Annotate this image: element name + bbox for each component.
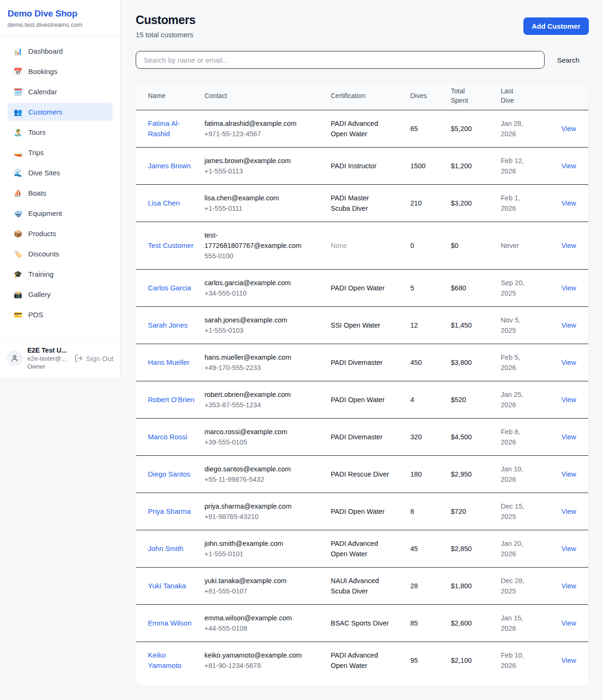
view-customer-link[interactable]: View	[562, 242, 576, 249]
sidebar-item-products[interactable]: 📦 Products	[8, 224, 113, 242]
customer-total-spent: $520	[451, 381, 501, 419]
calendar-icon: 📅	[13, 68, 23, 75]
graduation-cap-icon: 🎓	[13, 271, 23, 278]
customer-dives: 1500	[410, 148, 451, 185]
customer-last-dive: Jan 20, 2026	[501, 538, 528, 559]
customer-total-spent: $1,800	[451, 568, 501, 605]
sidebar-item-trips[interactable]: 🚤 Trips	[8, 143, 113, 161]
sidebar-item-label: POS	[28, 311, 43, 319]
view-customer-link[interactable]: View	[562, 433, 576, 441]
customer-name-link[interactable]: Diego Santos	[148, 469, 190, 479]
customer-name-link[interactable]: Emma Wilson	[148, 618, 192, 628]
customer-phone: +44-555-0108	[204, 623, 292, 634]
sidebar-item-training[interactable]: 🎓 Training	[8, 265, 113, 283]
label-tag-icon: 🏷️	[13, 250, 23, 257]
view-customer-link[interactable]: View	[562, 582, 576, 590]
customer-name-link[interactable]: Fatima Al-Rashid	[148, 118, 197, 139]
sidebar-item-label: Dashboard	[28, 47, 63, 55]
sign-out-button[interactable]: Sign Out	[74, 354, 114, 362]
view-customer-link[interactable]: View	[562, 125, 576, 132]
customer-email: diego.santos@example.com	[204, 464, 291, 474]
customer-dives: 12	[410, 307, 451, 344]
customer-dives: 450	[410, 344, 451, 381]
customer-last-dive: Feb 12, 2026	[501, 156, 528, 176]
customer-last-dive: Feb 1, 2026	[501, 193, 528, 214]
view-customer-link[interactable]: View	[562, 162, 576, 170]
user-name: E2E Test U...	[27, 346, 67, 354]
customer-name-link[interactable]: Marco Rossi	[148, 432, 187, 442]
customer-last-dive: Jan 10, 2026	[501, 464, 528, 485]
customer-email: james.brown@example.com	[204, 156, 291, 166]
customer-name-link[interactable]: Carlos Garcia	[148, 283, 191, 293]
view-customer-link[interactable]: View	[562, 359, 576, 366]
brand-name: Demo Dive Shop	[8, 8, 113, 19]
customer-name-link[interactable]: Keiko Yamamoto	[148, 650, 197, 671]
customer-name-link[interactable]: Hans Mueller	[148, 357, 189, 368]
customer-phone: +55-11-99876-5432	[204, 474, 291, 485]
sidebar-item-gallery[interactable]: 📸 Gallery	[8, 285, 113, 303]
customer-phone: +91-98765-43210	[204, 511, 292, 522]
view-customer-link[interactable]: View	[562, 545, 576, 552]
table-row: James Brown james.brown@example.com +1-5…	[136, 148, 588, 185]
table-row: Lisa Chen lisa.chen@example.com +1-555-0…	[136, 185, 588, 222]
sidebar-item-discounts[interactable]: 🏷️ Discounts	[8, 245, 113, 263]
sidebar-item-label: Tours	[28, 128, 46, 136]
user-area: E2E Test U... e2e-tester@... Owner Sign …	[0, 339, 120, 377]
customer-dives: 85	[410, 605, 451, 642]
customer-total-spent: $3,200	[451, 185, 501, 222]
col-header-dives: Dives	[410, 82, 451, 110]
table-row: Robert O'Brien robert.obrien@example.com…	[136, 381, 588, 419]
search-input[interactable]	[136, 51, 545, 69]
sidebar-item-tours[interactable]: 🏝️ Tours	[8, 123, 113, 141]
view-customer-link[interactable]: View	[562, 619, 576, 627]
sidebar-item-label: Dive Sites	[28, 169, 60, 177]
customer-name-link[interactable]: John Smith	[148, 544, 183, 554]
view-customer-link[interactable]: View	[562, 508, 576, 515]
person-icon	[10, 354, 19, 362]
customer-dives: 28	[410, 568, 451, 605]
customer-dives: 180	[410, 456, 451, 493]
sidebar-item-calendar[interactable]: 🗓️ Calendar	[8, 82, 113, 100]
customer-phone: +971-55-123-4567	[204, 129, 296, 139]
customer-name-link[interactable]: Sarah Jones	[148, 320, 187, 330]
sidebar-item-customers[interactable]: 👥 Customers	[8, 103, 113, 121]
col-header-total-spent: Total Spent	[451, 82, 501, 110]
customer-email: fatima.alrashid@example.com	[204, 118, 296, 129]
customer-last-dive: Jan 25, 2026	[501, 389, 528, 410]
sidebar-item-equipment[interactable]: 🤿 Equipment	[8, 204, 113, 222]
sidebar-item-label: Products	[28, 230, 56, 238]
customer-certification: PADI Rescue Diver	[331, 469, 389, 479]
customer-name-link[interactable]: Test Customer	[148, 240, 194, 251]
customer-name-link[interactable]: Yuki Tanaka	[148, 581, 186, 591]
view-customer-link[interactable]: View	[562, 321, 576, 329]
view-customer-link[interactable]: View	[562, 284, 576, 292]
customer-name-link[interactable]: James Brown	[148, 161, 191, 171]
customer-name-link[interactable]: Lisa Chen	[148, 198, 180, 208]
customer-name-link[interactable]: Robert O'Brien	[148, 395, 195, 405]
add-customer-button[interactable]: Add Customer	[523, 17, 589, 35]
customer-last-dive: Dec 15, 2025	[501, 501, 528, 522]
table-header: Name Contact Certification Dives Total S…	[136, 82, 588, 110]
sidebar-item-boats[interactable]: ⛵ Boats	[8, 184, 113, 202]
customer-email: lisa.chen@example.com	[204, 193, 279, 203]
customer-dives: 45	[410, 530, 451, 568]
search-button[interactable]: Search	[545, 56, 589, 64]
customer-email: sarah.jones@example.com	[204, 315, 287, 325]
page-title: Customers	[136, 13, 196, 27]
table-row: Test Customer test-1772681807767@example…	[136, 222, 588, 270]
customer-email: test-1772681807767@example.com	[204, 230, 305, 251]
view-customer-link[interactable]: View	[562, 470, 576, 478]
customer-email: carlos.garcia@example.com	[204, 278, 291, 288]
sidebar-item-dashboard[interactable]: 📊 Dashboard	[8, 42, 113, 60]
sidebar-item-bookings[interactable]: 📅 Bookings	[8, 62, 113, 80]
table-row: Keiko Yamamoto keiko.yamamoto@example.co…	[136, 642, 588, 679]
customer-last-dive: Feb 5, 2026	[501, 352, 528, 373]
view-customer-link[interactable]: View	[562, 199, 576, 207]
customer-total-spent: $2,600	[451, 605, 501, 642]
view-customer-link[interactable]: View	[562, 657, 576, 664]
sidebar-item-dive-sites[interactable]: 🌊 Dive Sites	[8, 164, 113, 181]
sidebar-item-pos[interactable]: 💳 POS	[8, 305, 113, 323]
customer-total-spent: $1,450	[451, 307, 501, 344]
customer-name-link[interactable]: Priya Sharma	[148, 506, 191, 517]
view-customer-link[interactable]: View	[562, 396, 576, 404]
